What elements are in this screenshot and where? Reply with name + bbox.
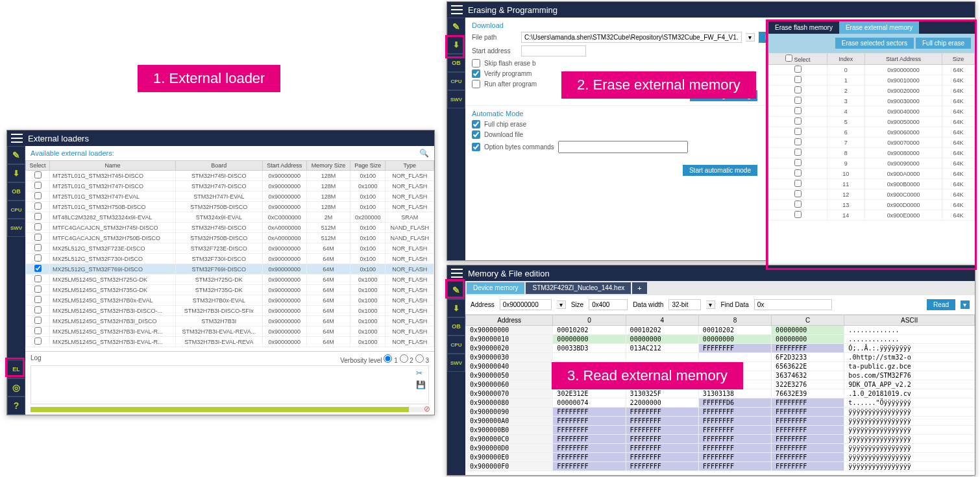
col-header[interactable]: Start Address: [262, 161, 307, 171]
row-select-checkbox[interactable]: [34, 296, 42, 303]
ob-button[interactable]: [7, 182, 25, 201]
pencil-icon[interactable]: [7, 146, 25, 164]
sector-select-checkbox[interactable]: [794, 149, 802, 156]
pencil-icon[interactable]: [447, 281, 465, 299]
col-header[interactable]: 4: [626, 315, 698, 326]
col-header[interactable]: Memory Size: [307, 161, 350, 171]
hex-row[interactable]: 0x9000002000033BD3013AC212FFFFFFFFFFFFFF…: [466, 344, 975, 353]
hamburger-icon[interactable]: [11, 134, 23, 143]
col-header[interactable]: Type: [386, 161, 434, 171]
table-row[interactable]: MX25LM51245G_STM32H7B0x-EVALSTM32H7B0x-E…: [26, 295, 434, 306]
col-header[interactable]: Index: [827, 53, 865, 65]
pencil-icon[interactable]: [447, 18, 465, 36]
cpu-button[interactable]: [447, 336, 465, 354]
tab-hex-file[interactable]: STM32F429ZI_Nucleo_144.hex: [526, 282, 631, 294]
address-input[interactable]: [500, 299, 552, 310]
sector-row[interactable]: 00x9000000064K: [769, 65, 975, 75]
hex-row[interactable]: 0x900000D0FFFFFFFFFFFFFFFFFFFFFFFFFFFFFF…: [466, 444, 975, 453]
sector-row[interactable]: 20x9002000064K: [769, 86, 975, 96]
sector-row[interactable]: 50x9005000064K: [769, 117, 975, 127]
row-select-checkbox[interactable]: [34, 244, 42, 251]
hex-row[interactable]: 0x900000F0FFFFFFFFFFFFFFFFFFFFFFFFFFFFFF…: [466, 462, 975, 471]
sector-select-checkbox[interactable]: [794, 190, 802, 197]
download-icon[interactable]: [7, 164, 25, 182]
tab-device-memory[interactable]: Device memory: [467, 282, 524, 294]
sector-select-checkbox[interactable]: [794, 128, 802, 135]
hex-row[interactable]: 0x900000800000007422000000FFFFFFD6FFFFFF…: [466, 398, 975, 408]
read-button[interactable]: Read: [927, 299, 955, 310]
row-select-checkbox[interactable]: [34, 182, 42, 189]
sector-select-checkbox[interactable]: [794, 107, 802, 114]
download-icon[interactable]: [447, 36, 465, 54]
hex-row[interactable]: 0x900000306F2D3233.0http://stm32-o: [466, 353, 975, 362]
col-header[interactable]: ASCII: [844, 315, 975, 326]
download-file-checkbox[interactable]: [472, 130, 480, 139]
ob-button[interactable]: [447, 54, 465, 72]
width-dropdown[interactable]: ▾: [706, 300, 715, 309]
table-row[interactable]: MTFC4GACAJCN_STM32H750B-DISCOSTM32H750B-…: [26, 233, 434, 243]
table-row[interactable]: MT25TL01G_STM32H750B-DISCOSTM32H750B-DIS…: [26, 202, 434, 212]
row-select-checkbox[interactable]: [34, 286, 42, 293]
hex-row[interactable]: 0x90000010000000000000000000000000000000…: [466, 335, 975, 344]
col-header[interactable]: Size: [942, 53, 974, 65]
row-select-checkbox[interactable]: [34, 192, 42, 199]
read-dropdown[interactable]: ▾: [961, 300, 970, 309]
cpu-button[interactable]: [447, 72, 465, 90]
verbosity-3[interactable]: [415, 354, 424, 363]
data-width-select[interactable]: [668, 299, 701, 310]
col-header[interactable]: Board: [176, 161, 262, 171]
sector-select-checkbox[interactable]: [794, 76, 802, 83]
sector-row[interactable]: 30x9003000064K: [769, 96, 975, 106]
verbosity-2[interactable]: [400, 354, 408, 363]
sector-row[interactable]: 120x900C000064K: [769, 190, 975, 200]
erase-selected-button[interactable]: Erase selected sectors: [835, 38, 914, 49]
sector-row[interactable]: 110x900B000064K: [769, 179, 975, 190]
skip-erase-checkbox[interactable]: [472, 59, 480, 67]
verbosity-1[interactable]: [384, 354, 392, 363]
row-select-checkbox[interactable]: [34, 254, 42, 262]
sector-row[interactable]: 10x9001000064K: [769, 75, 975, 86]
swv-button[interactable]: [447, 90, 465, 108]
table-row[interactable]: MT25TL01G_STM32H747I-DISCOSTM32H747I-DIS…: [26, 181, 434, 191]
select-all-checkbox[interactable]: [785, 55, 792, 62]
start-address-input[interactable]: [521, 45, 586, 56]
sector-select-checkbox[interactable]: [794, 169, 802, 177]
col-header[interactable]: Name: [50, 161, 176, 171]
sector-select-checkbox[interactable]: [794, 211, 802, 218]
sector-select-checkbox[interactable]: [794, 138, 802, 145]
hex-row[interactable]: 0x900000B0FFFFFFFFFFFFFFFFFFFFFFFFFFFFFF…: [466, 426, 975, 435]
sector-row[interactable]: 70x9007000064K: [769, 138, 975, 148]
table-row[interactable]: MX25LM51245G_STM32H7B3I-DISCO-...STM32H7…: [26, 306, 434, 316]
cpu-button[interactable]: [7, 201, 25, 219]
table-row[interactable]: MX25LM51245G_STM32H735G-DKSTM32H735G-DK0…: [26, 285, 434, 295]
run-after-checkbox[interactable]: [472, 80, 480, 88]
size-input[interactable]: [589, 299, 628, 310]
table-row[interactable]: MX25L512G_STM32F769I-DISCOSTM32F769I-DIS…: [26, 264, 434, 275]
sector-select-checkbox[interactable]: [794, 201, 802, 208]
tab-erase-flash[interactable]: Erase flash memory: [768, 21, 839, 34]
col-header[interactable]: 8: [698, 315, 771, 326]
tab-erase-external[interactable]: Erase external memory: [839, 21, 919, 34]
table-row[interactable]: MX25L512G_STM32F723E-DISCOSTM32F723E-DIS…: [26, 243, 434, 254]
sector-row[interactable]: 40x9004000064K: [769, 106, 975, 117]
external-loader-button[interactable]: [7, 360, 25, 378]
full-chip-erase-button[interactable]: Full chip erase: [916, 38, 971, 49]
table-row[interactable]: MT25TL01G_STM32H745I-DISCOSTM32H745I-DIS…: [26, 171, 434, 181]
table-row[interactable]: MX25LM51245G_STM32H7B3I_DISCOSTM32H7B3I0…: [26, 316, 434, 326]
col-header[interactable]: Select: [26, 161, 50, 171]
hex-row[interactable]: 0x90000070302E312E3130325F3130313876632E…: [466, 389, 975, 398]
sector-select-checkbox[interactable]: [794, 86, 802, 93]
file-path-dropdown[interactable]: ▾: [746, 33, 755, 42]
hex-row[interactable]: 0x900000C0FFFFFFFFFFFFFFFFFFFFFFFFFFFFFF…: [466, 435, 975, 444]
address-dropdown[interactable]: ▾: [557, 300, 566, 309]
sector-select-checkbox[interactable]: [794, 97, 802, 104]
file-path-input[interactable]: [521, 32, 742, 43]
sector-row[interactable]: 60x9006000064K: [769, 127, 975, 138]
table-row[interactable]: MX25L512G_STM32F730I-DISCOSTM32F730I-DIS…: [26, 254, 434, 264]
col-header[interactable]: 0: [553, 315, 626, 326]
swv-button[interactable]: [7, 219, 25, 237]
sector-row[interactable]: 130x900D000064K: [769, 200, 975, 210]
find-data-input[interactable]: [754, 299, 832, 310]
col-header[interactable]: Start Address: [865, 53, 942, 65]
ob-button[interactable]: [447, 317, 465, 336]
